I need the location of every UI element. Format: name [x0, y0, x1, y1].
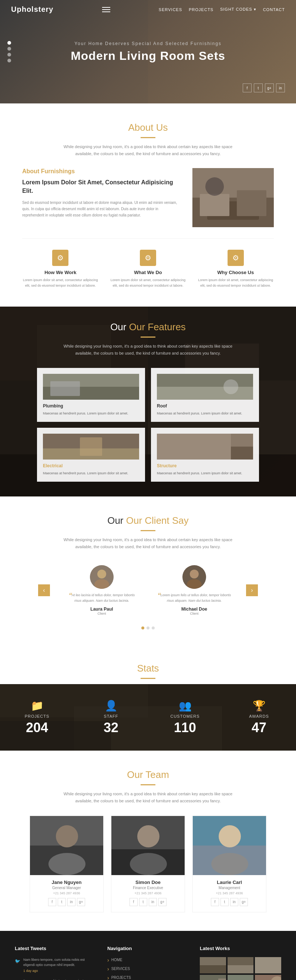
svg-rect-13 [50, 381, 80, 396]
feature-icon-2: ⚙ [140, 250, 156, 266]
testimonial-quote-1: At leo lacinia id tellus dolor, tempor l… [65, 592, 139, 604]
t-dot-2[interactable] [147, 627, 149, 630]
footer-grid: Latest Tweets 🐦 Nam libero tempore, cum … [15, 946, 281, 980]
work-thumb-4[interactable] [200, 975, 226, 980]
tweet-icon-1: 🐦 [15, 958, 20, 974]
projects-icon: 📁 [0, 700, 74, 712]
staff-label: Staff [74, 714, 148, 719]
roof-title: Roof [157, 403, 253, 409]
team-social-2: f t in g+ [111, 898, 185, 906]
stats-title-section: Stats [0, 648, 296, 679]
svg-point-44 [211, 853, 248, 875]
about-section-title: About Us [22, 122, 274, 134]
team-photo-2 [111, 816, 185, 875]
svg-point-40 [130, 853, 167, 875]
team3-facebook[interactable]: f [211, 898, 219, 906]
team1-google[interactable]: g+ [77, 898, 85, 906]
team3-twitter[interactable]: t [221, 898, 229, 906]
t-dot-3[interactable] [152, 627, 155, 630]
footer: Latest Tweets 🐦 Nam libero tempore, cum … [0, 931, 296, 980]
team3-google[interactable]: g+ [240, 898, 248, 906]
team1-twitter[interactable]: t [58, 898, 66, 906]
feature-icon-1: ⚙ [52, 250, 69, 266]
footer-nav-services[interactable]: SERVICES [107, 966, 189, 972]
work-thumb-2[interactable] [227, 957, 254, 974]
tweet-text-1: Nam libero tempore, cum soluta nobis est… [23, 957, 96, 968]
team-photo-1 [30, 816, 103, 875]
testimonial-avatar-2 [182, 565, 206, 589]
social-linkedin[interactable]: in [276, 83, 285, 92]
tweet-text-2: Itaque earum rerum hic tenetur a sapient… [23, 978, 96, 980]
work-thumb-1[interactable] [200, 957, 226, 974]
team-phone-1: +21 345 287 4936 [30, 891, 103, 895]
stats-section-title: Stats [15, 663, 281, 674]
testimonials-row: ‹ At leo lacinia id tellus dolor, tempor… [15, 562, 281, 619]
svg-point-24 [97, 570, 106, 579]
hero-dot-4[interactable] [7, 59, 11, 62]
nav-sight-codes[interactable]: SIGHT CODES ▾ [220, 7, 256, 12]
svg-point-5 [205, 177, 224, 196]
electrical-title: Electrical [43, 463, 139, 468]
hero-dots [7, 41, 11, 62]
feature-desc-3: Lorem ipsum dolor sit amet, consectetur … [197, 277, 274, 288]
svg-rect-3 [200, 194, 229, 216]
team1-linkedin[interactable]: in [67, 898, 75, 906]
team-phone-2: +21 345 287 4936 [111, 891, 185, 895]
team-grid: Jane Nguyen General Manager +21 345 287 … [15, 816, 281, 912]
testimonial-card-2: Lorem ipsum felis ut tellus dolor, tempo… [154, 562, 235, 619]
team2-twitter[interactable]: t [139, 898, 147, 906]
electrical-img [43, 434, 139, 460]
roof-img [157, 374, 253, 400]
our-features-title: Our Our Features [15, 321, 281, 333]
team2-google[interactable]: g+ [158, 898, 166, 906]
footer-nav-col: Navigation HOME SERVICES PROJECTS CONTAC… [107, 946, 189, 980]
about-image [192, 168, 274, 227]
team-role-1: General Manager [30, 886, 103, 890]
svg-point-39 [137, 825, 160, 847]
footer-tweet-1: 🐦 Nam libero tempore, cum soluta nobis e… [15, 957, 96, 974]
team3-linkedin[interactable]: in [230, 898, 238, 906]
structure-img [157, 434, 253, 460]
social-googleplus[interactable]: g+ [265, 83, 274, 92]
work-thumb-5[interactable] [227, 975, 254, 980]
testimonial-quote-2: Lorem ipsum felis ut tellus dolor, tempo… [157, 592, 231, 604]
svg-rect-19 [80, 438, 102, 456]
about-image-placeholder [192, 168, 274, 227]
t-dot-1[interactable] [141, 627, 144, 630]
about-section: About Us While designing your living roo… [0, 103, 296, 307]
hamburger-menu[interactable] [102, 7, 110, 12]
awards-value: 47 [222, 720, 296, 735]
our-features-desc: While designing your living room, it's a… [56, 343, 240, 356]
nav-projects[interactable]: PROJECTS [189, 7, 213, 12]
work-thumb-6[interactable] [255, 975, 281, 980]
about-body: Sed do eiusmod tempor incididunt ut labo… [22, 199, 181, 218]
social-twitter[interactable]: t [254, 83, 263, 92]
nav-contact[interactable]: CONTACT [263, 7, 285, 12]
team2-linkedin[interactable]: in [149, 898, 157, 906]
work-thumb-3[interactable] [255, 957, 281, 974]
customers-icon: 👥 [148, 700, 222, 712]
testimonial-role-2: Client [157, 612, 231, 616]
hero-dot-2[interactable] [7, 47, 11, 51]
footer-nav-home[interactable]: HOME [107, 957, 189, 963]
nav-services[interactable]: SERVICES [159, 7, 182, 12]
testimonial-dots [15, 627, 281, 630]
testimonial-next[interactable]: › [246, 584, 258, 596]
team2-facebook[interactable]: f [130, 898, 138, 906]
hero-dot-1[interactable] [7, 41, 11, 45]
social-facebook[interactable]: f [243, 83, 251, 92]
our-features-section: Our Our Features While designing your li… [0, 307, 296, 496]
hero-dot-3[interactable] [7, 53, 11, 57]
testimonial-prev[interactable]: ‹ [38, 584, 50, 596]
site-logo[interactable]: Upholstery [11, 5, 53, 14]
team1-facebook[interactable]: f [48, 898, 56, 906]
team-phone-3: +21 345 287 4936 [193, 891, 266, 895]
svg-point-27 [190, 570, 199, 579]
svg-rect-46 [200, 965, 226, 974]
svg-point-35 [56, 825, 78, 847]
hero-social-links: f t g+ in [243, 83, 285, 92]
team-role-2: Finance Executive [111, 886, 185, 890]
svg-point-16 [224, 379, 238, 394]
feature-how-we-work: ⚙ How We Work Lorem ipsum dolor sit amet… [22, 250, 99, 288]
footer-nav-projects[interactable]: PROJECTS [107, 975, 189, 980]
